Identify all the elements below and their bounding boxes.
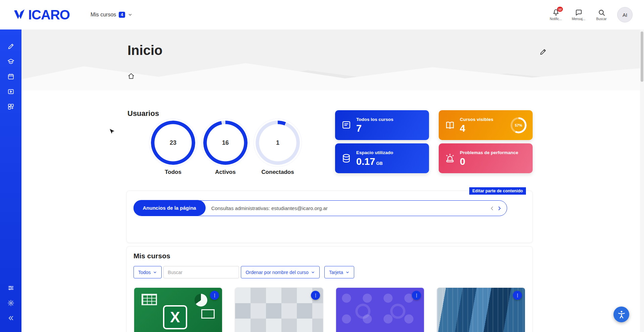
announcement-message: Consultas administrativas: estudiantes@i… bbox=[211, 205, 328, 211]
line-chart-art bbox=[201, 309, 215, 319]
course-filters: Todos Ordenar por nombre del curso Tarje… bbox=[133, 266, 354, 278]
stats-grid: Todos los cursos 7 Cursos visibles 4 57%… bbox=[335, 110, 533, 173]
sidebar-item-calendar[interactable] bbox=[4, 70, 17, 83]
graduation-cap-icon bbox=[7, 58, 14, 65]
users-section-title: Usuarios bbox=[127, 109, 159, 118]
filter-label: Todos bbox=[138, 270, 151, 275]
course-count-badge: 4 bbox=[119, 12, 125, 18]
course-thumbnail bbox=[336, 288, 424, 332]
course-menu-button[interactable] bbox=[412, 291, 421, 300]
course-menu-button[interactable] bbox=[210, 291, 219, 300]
course-thumbnail bbox=[235, 288, 323, 332]
sidebar-item-preferences[interactable] bbox=[4, 281, 17, 294]
users-gauges: 23 Todos 16 Activos 1 Conectados bbox=[148, 121, 303, 176]
my-courses-dropdown[interactable]: Mis cursos 4 bbox=[91, 12, 132, 18]
visible-courses-ring: 57% bbox=[511, 117, 527, 133]
stat-card-all-courses[interactable]: Todos los cursos 7 bbox=[335, 110, 429, 140]
icaro-logo[interactable]: ICARO bbox=[11, 7, 70, 22]
calendar-icon bbox=[7, 73, 14, 80]
messages-label: Mensaj... bbox=[572, 17, 586, 21]
stat-card-performance[interactable]: Problemas de performance 0 bbox=[439, 143, 533, 173]
course-menu-button[interactable] bbox=[513, 291, 522, 300]
messages-button[interactable]: Mensaj... bbox=[569, 9, 588, 21]
search-button[interactable]: Buscar bbox=[592, 9, 611, 21]
blocks-icon bbox=[7, 103, 14, 110]
ring-percent: 57% bbox=[511, 117, 527, 133]
chat-icon bbox=[575, 9, 583, 16]
edit-page-icon[interactable] bbox=[539, 48, 547, 56]
course-sort-dropdown[interactable]: Ordenar por nombre del curso bbox=[241, 266, 320, 278]
gauge-total-users: 23 Todos bbox=[148, 121, 199, 176]
course-card[interactable] bbox=[336, 287, 424, 332]
gauge-active-users: 16 Activos bbox=[200, 121, 251, 176]
sidebar-item-modules[interactable] bbox=[4, 100, 17, 113]
dashboard-page: ICARO Mis cursos 4 12 Notific... Mensaj.… bbox=[0, 0, 644, 332]
sidebar-item-courses[interactable] bbox=[4, 55, 17, 68]
accessibility-button[interactable] bbox=[613, 307, 629, 322]
chevron-down-icon bbox=[128, 12, 132, 17]
course-card[interactable] bbox=[235, 287, 323, 332]
course-cards-row: X bbox=[134, 287, 525, 332]
sidebar-item-settings[interactable] bbox=[4, 296, 17, 310]
left-sidebar bbox=[0, 29, 21, 332]
announcements-pill-button[interactable]: Anuncios de la página bbox=[133, 200, 206, 216]
course-menu-button[interactable] bbox=[311, 291, 320, 300]
sidebar-bottom-group bbox=[4, 281, 17, 325]
pencil-icon bbox=[7, 43, 14, 50]
course-card[interactable] bbox=[437, 287, 525, 332]
stat-value: 7 bbox=[356, 123, 393, 133]
icaro-logo-icon bbox=[11, 7, 27, 22]
sort-label: Ordenar por nombre del curso bbox=[246, 270, 309, 275]
gauge-connected-users: 1 Conectados bbox=[252, 121, 303, 176]
course-thumbnail bbox=[437, 288, 525, 332]
gauge-ring bbox=[256, 121, 300, 165]
page-banner: Inicio bbox=[21, 29, 644, 90]
filters-icon bbox=[7, 284, 14, 291]
gauge-ring bbox=[151, 121, 195, 165]
view-label: Tarjeta bbox=[329, 270, 343, 275]
prev-announcement-icon[interactable] bbox=[489, 206, 495, 211]
gauge-ring bbox=[203, 121, 248, 165]
logo-text: ICARO bbox=[28, 7, 70, 22]
banner-decoration bbox=[21, 50, 644, 90]
mouse-cursor bbox=[109, 128, 115, 136]
database-icon bbox=[341, 153, 352, 163]
course-search-input[interactable] bbox=[163, 266, 239, 278]
sidebar-item-edit[interactable] bbox=[4, 40, 17, 53]
scrollbar-thumb[interactable] bbox=[641, 31, 643, 82]
dots-vertical-icon bbox=[212, 293, 217, 298]
my-courses-title: Mis cursos bbox=[133, 252, 170, 260]
notifications-button[interactable]: 12 Notific... bbox=[546, 9, 566, 21]
stat-card-storage[interactable]: Espacio utilizado 0.17GB bbox=[335, 143, 429, 173]
course-filter-dropdown[interactable]: Todos bbox=[133, 266, 162, 278]
notifications-badge: 12 bbox=[557, 7, 563, 12]
chevron-down-icon bbox=[311, 270, 315, 274]
course-view-dropdown[interactable]: Tarjeta bbox=[324, 266, 354, 278]
my-courses-label: Mis cursos bbox=[91, 12, 116, 18]
excel-logo-art: X bbox=[163, 305, 187, 329]
stat-title: Problemas de performance bbox=[460, 150, 518, 156]
edit-content-button[interactable]: Editar parte de contenido bbox=[469, 187, 526, 195]
stat-title: Espacio utilizado bbox=[356, 150, 393, 156]
sidebar-collapse-button[interactable] bbox=[4, 311, 17, 325]
next-announcement-icon[interactable] bbox=[497, 206, 502, 211]
gear-icon bbox=[7, 300, 14, 307]
gauge-value: 1 bbox=[256, 121, 300, 165]
stat-title: Todos los cursos bbox=[356, 117, 393, 123]
user-avatar[interactable]: AI bbox=[617, 7, 633, 22]
gauge-value: 23 bbox=[151, 121, 195, 165]
open-book-icon bbox=[445, 120, 455, 130]
stat-card-visible-courses[interactable]: Cursos visibles 4 57% bbox=[439, 110, 533, 140]
my-courses-section: Mis cursos Todos Ordenar por nombre del … bbox=[126, 246, 533, 332]
top-header: ICARO Mis cursos 4 12 Notific... Mensaj.… bbox=[0, 0, 644, 29]
gauge-value: 16 bbox=[203, 121, 248, 165]
home-breadcrumb-icon[interactable] bbox=[127, 72, 135, 80]
collapse-sidebar-icon bbox=[7, 315, 14, 322]
announcement-nav bbox=[489, 206, 507, 211]
alarm-icon bbox=[445, 153, 455, 163]
sidebar-item-media[interactable] bbox=[4, 85, 17, 98]
stat-value: 0.17 bbox=[356, 156, 375, 167]
notifications-label: Notific... bbox=[550, 17, 562, 21]
courses-icon bbox=[341, 120, 352, 130]
course-card[interactable]: X bbox=[134, 287, 222, 332]
